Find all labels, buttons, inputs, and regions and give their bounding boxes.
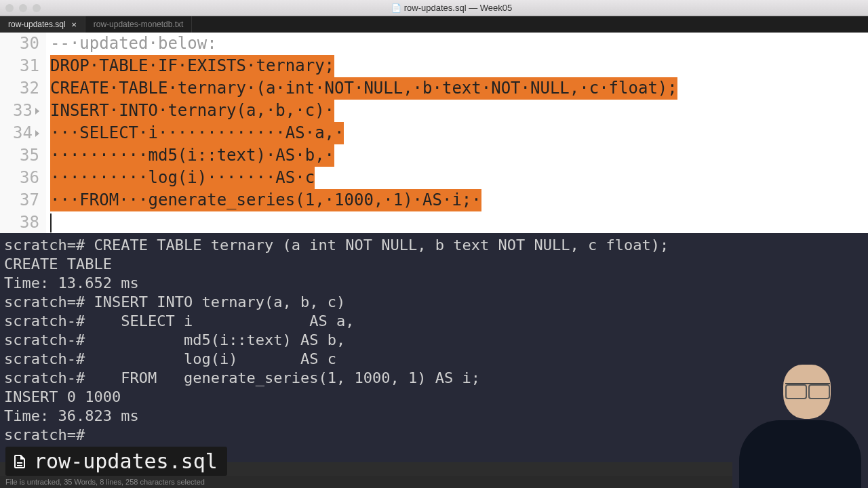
code-line-32[interactable]: CREATE·TABLE·ternary·(a·int·NOT·NULL,·b·… <box>50 77 868 100</box>
file-icon <box>11 451 28 472</box>
tab-label: row-updates.sql <box>8 20 66 29</box>
window-titlebar: row-updates.sql — Week05 <box>0 0 868 16</box>
code-line-38[interactable] <box>50 211 868 233</box>
code-line-37[interactable]: ···FROM···generate_series(1,·1000,·1)·AS… <box>50 189 868 211</box>
traffic-lights <box>5 4 41 12</box>
close-window-button[interactable] <box>5 4 14 12</box>
editor-tabs: row-updates.sql ✕ row-updates-monetdb.tx… <box>0 16 868 33</box>
code-line-36[interactable]: ··········log(i)·······AS·c <box>50 167 868 189</box>
code-area[interactable]: --·updated·below: DROP·TABLE·IF·EXISTS·t… <box>46 33 868 233</box>
line-number: 37 <box>0 189 39 211</box>
presenter-body <box>739 420 861 488</box>
filename-overlay: row-updates.sql <box>5 447 227 476</box>
line-number: 30 <box>0 33 39 55</box>
line-number: 33 <box>0 100 39 122</box>
tab-label: row-updates-monetdb.txt <box>94 20 184 29</box>
line-number: 31 <box>0 55 39 77</box>
line-number: 35 <box>0 144 39 167</box>
minimize-window-button[interactable] <box>19 4 27 12</box>
line-number: 32 <box>0 77 39 100</box>
text-cursor <box>50 214 52 232</box>
glasses-icon <box>785 383 830 394</box>
webcam-overlay <box>732 346 868 488</box>
line-number: 38 <box>0 211 39 233</box>
line-gutter: 30 31 32 33 34 35 36 37 38 <box>0 33 46 233</box>
tab-row-updates-monetdb[interactable]: row-updates-monetdb.txt <box>85 16 193 33</box>
code-line-31[interactable]: DROP·TABLE·IF·EXISTS·ternary; <box>50 55 868 77</box>
code-line-35[interactable]: ··········md5(i::text)·AS·b,· <box>50 144 868 167</box>
code-line-33[interactable]: INSERT·INTO·ternary(a,·b,·c)· <box>50 100 868 122</box>
tab-row-updates-sql[interactable]: row-updates.sql ✕ <box>0 16 85 33</box>
window-title: row-updates.sql — Week05 <box>41 3 863 13</box>
line-number: 36 <box>0 167 39 189</box>
zoom-window-button[interactable] <box>33 4 41 12</box>
code-line-34[interactable]: ···SELECT·i·············AS·a,· <box>50 122 868 144</box>
terminal-output: scratch=# CREATE TABLE ternary (a int NO… <box>4 237 669 443</box>
close-icon[interactable]: ✕ <box>71 21 77 28</box>
line-number: 34 <box>0 122 39 144</box>
editor-pane[interactable]: 30 31 32 33 34 35 36 37 38 --·updated·be… <box>0 33 868 233</box>
filename-text: row-updates.sql <box>34 449 218 473</box>
status-left: File is untracked, 35 Words, 8 lines, 25… <box>5 478 205 486</box>
code-line-30[interactable]: --·updated·below: <box>50 33 868 55</box>
